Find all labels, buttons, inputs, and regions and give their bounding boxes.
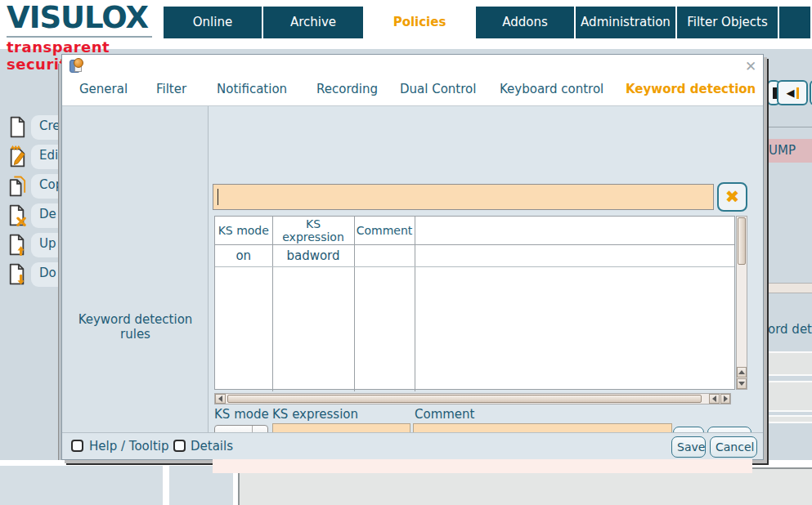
arrow-left-icon [218, 396, 222, 402]
scroll-left-button-2[interactable] [709, 394, 720, 404]
nav-tab-archive[interactable]: Archive [263, 7, 363, 38]
tab-keyword-detection[interactable]: Keyword detection [626, 82, 756, 96]
delete-document-icon [8, 204, 26, 230]
media-bar-icon [773, 87, 777, 99]
scroll-down-button[interactable] [737, 378, 747, 389]
text-caret [218, 189, 218, 205]
sidebar-item-label: Edi [39, 148, 58, 163]
media-prev-button[interactable]: ◀ [777, 80, 808, 105]
brand-logo-text: VISULOX [7, 2, 152, 35]
scroll-left-button[interactable] [215, 394, 226, 404]
horizontal-scrollbar[interactable] [214, 393, 731, 404]
table-filler [215, 267, 734, 391]
rules-filter-input[interactable] [213, 184, 714, 210]
nav-tab-administration[interactable]: Administration [576, 7, 675, 38]
background-clipped-heading: ord detec [768, 322, 812, 337]
table-header-row: KS mode KS expression Comment [215, 217, 734, 245]
main-nav: Online Archive Policies Addons Administr… [164, 7, 810, 38]
arrow-right-icon [724, 396, 728, 402]
dialog-policy-icon [70, 58, 84, 74]
tab-notification[interactable]: Notification [217, 82, 287, 96]
cell-ks-mode[interactable]: on [215, 245, 272, 267]
logo-divider [7, 36, 152, 38]
arrow-up-icon [738, 370, 745, 374]
background-panel-row [767, 351, 812, 376]
cell-ks-expression[interactable]: badword [272, 245, 354, 267]
cell-empty [415, 245, 734, 267]
media-prev-icon: ◀ [787, 87, 795, 98]
horizontal-scrollbar-thumb[interactable] [227, 395, 702, 403]
arrow-left-icon [712, 396, 716, 402]
background-panel-row [767, 381, 812, 412]
ks-expression-label: KS expression [272, 407, 358, 422]
background-row [767, 283, 812, 293]
comment-label: Comment [415, 407, 475, 422]
sidebar-item-label: De [39, 207, 56, 221]
nav-tab-online[interactable]: Online [164, 7, 262, 38]
keyword-detection-panel: Keyword detection rules ✖ KS mode KS exp… [62, 105, 763, 433]
tab-keyboard-control[interactable]: Keyboard control [500, 82, 603, 96]
tab-filter[interactable]: Filter [156, 82, 186, 96]
application-window: VISULOX transparent security Online Arch… [0, 0, 812, 505]
download-document-icon [8, 263, 26, 288]
save-button[interactable]: Save [671, 436, 706, 458]
rules-label: Keyword detection rules [62, 312, 209, 342]
dialog-footer: Help / Tooltip Details Save Cancel [62, 432, 763, 459]
ks-mode-label: KS mode [214, 407, 269, 422]
column-header-ks-mode[interactable]: KS mode [215, 217, 272, 245]
tab-general[interactable]: General [79, 82, 128, 96]
upload-document-icon [8, 234, 26, 259]
column-header-comment[interactable]: Comment [354, 217, 415, 245]
details-label: Details [191, 439, 233, 454]
nav-tab-filter-objects[interactable]: Filter Objects [677, 7, 778, 38]
scroll-up-button[interactable] [737, 367, 747, 378]
tab-recording[interactable]: Recording [316, 82, 378, 96]
vertical-scrollbar-thumb[interactable] [738, 217, 746, 265]
cancel-button[interactable]: Cancel [710, 436, 757, 458]
new-document-icon [8, 116, 26, 141]
background-panel-left [0, 466, 163, 505]
table-row[interactable]: on badword [215, 245, 734, 267]
status-strip [213, 458, 752, 473]
policy-row-highlighted[interactable]: UMP SHE [767, 139, 812, 163]
nav-tab-addons[interactable]: Addons [476, 7, 574, 38]
app-header: VISULOX transparent security Online Arch… [0, 0, 812, 49]
nav-tab-policies[interactable]: Policies [365, 7, 474, 38]
clear-filter-button[interactable]: ✖ [717, 182, 747, 212]
copy-document-icon [8, 175, 26, 200]
policy-settings-dialog: ✕ General Filter Notification Recording … [61, 54, 764, 460]
column-header-empty [415, 217, 734, 245]
close-icon[interactable]: ✕ [742, 58, 759, 74]
sidebar-item-label: Do [39, 266, 56, 280]
nav-tab-partial[interactable] [779, 7, 810, 38]
help-tooltip-checkbox[interactable] [71, 440, 83, 452]
details-checkbox[interactable] [173, 440, 186, 452]
scroll-right-button[interactable] [720, 394, 730, 404]
rules-table[interactable]: KS mode KS expression Comment on badword [214, 216, 735, 390]
sidebar-item-label: Up [39, 236, 56, 251]
background-divider [767, 127, 812, 127]
edit-document-icon [8, 145, 26, 171]
sidebar-item-label: Cre [39, 118, 61, 133]
vertical-scrollbar[interactable] [736, 216, 747, 390]
arrow-down-icon [738, 382, 745, 386]
rules-label-panel: Keyword detection rules [62, 106, 209, 434]
cell-comment[interactable] [354, 245, 415, 267]
background-panel-row [767, 415, 812, 423]
media-orange-bar-icon [796, 87, 799, 99]
column-header-ks-expression[interactable]: KS expression [272, 217, 354, 245]
help-tooltip-label: Help / Tooltip [89, 439, 169, 454]
tab-dual-control[interactable]: Dual Control [400, 82, 476, 96]
